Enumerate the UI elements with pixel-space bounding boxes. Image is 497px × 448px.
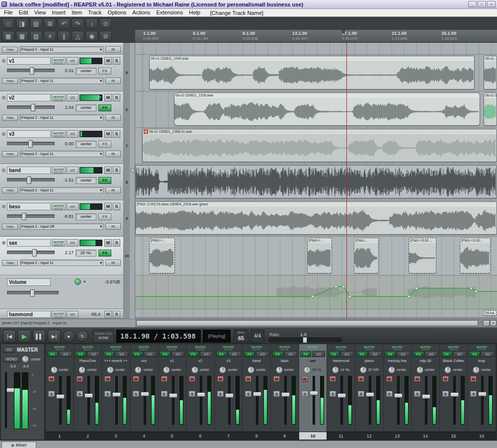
strip-fx-button[interactable]: FX: [160, 351, 170, 357]
volume-fader[interactable]: [7, 105, 55, 109]
strip-io-button[interactable]: I/O: [171, 351, 184, 357]
strip-number[interactable]: 11: [327, 432, 355, 440]
strip-pan-knob[interactable]: [332, 366, 339, 373]
strip-io-button[interactable]: I/O: [453, 351, 466, 357]
track-panel-sax[interactable]: saxMASTERROUTEI/OMS2.1726 %LFXTRIMFirepo…: [0, 237, 123, 275]
strip-routing-button[interactable]: MASTERROUTE: [195, 346, 205, 351]
strip-pan-knob[interactable]: [388, 366, 395, 373]
mixer-strip-Black Coffee[interactable]: MASTERROUTEFXI/OBlack CoffeecenterMS15: [440, 344, 468, 440]
strip-solo-button[interactable]: S: [133, 391, 139, 397]
pause-button[interactable]: ▌▌: [33, 330, 46, 343]
menu-track[interactable]: Track: [85, 9, 104, 16]
horizontal-scrollbar[interactable]: − +: [135, 319, 497, 327]
input-selector[interactable]: Firepod 2 - Input 1L▾: [20, 46, 103, 53]
master-pan-knob[interactable]: [22, 356, 29, 362]
play-button[interactable]: ▶: [18, 330, 31, 343]
strip-number[interactable]: 6: [186, 432, 214, 440]
routing-button[interactable]: MASTERROUTE: [52, 57, 66, 65]
strip-solo-button[interactable]: S: [470, 391, 477, 397]
routing-button[interactable]: MASTERROUTE: [52, 239, 66, 247]
media-item[interactable]: [Pitch:+...: [149, 238, 175, 273]
playhead[interactable]: [346, 43, 347, 319]
fx-button[interactable]: FX: [98, 177, 111, 184]
track-panel-v1[interactable]: v1MASTERROUTEI/OMS0.31centerFXTRIMFirepo…: [0, 55, 123, 91]
media-item[interactable]: 06-v2-150811_1105.wav: [174, 92, 480, 126]
strip-number[interactable]: 8: [243, 432, 270, 440]
strip-io-button[interactable]: I/O: [312, 351, 325, 357]
menu-extensions[interactable]: Extensions: [153, 9, 186, 16]
strip-number[interactable]: 1: [46, 432, 74, 440]
strip-pan-knob[interactable]: [135, 366, 142, 373]
record-arm-button[interactable]: [2, 59, 5, 63]
menu-edit[interactable]: Edit: [16, 9, 31, 16]
strip-solo-button[interactable]: S: [302, 391, 308, 397]
strip-routing-button[interactable]: MASTERROUTE: [420, 346, 430, 351]
record-button[interactable]: ●: [63, 330, 75, 342]
strip-fader[interactable]: [425, 376, 427, 425]
track-lane-hammond[interactable]: 05-ha...: [135, 309, 497, 318]
strip-routing-button[interactable]: MASTERROUTE: [477, 346, 487, 351]
tcp-arrange-splitter[interactable]: [129, 43, 135, 319]
bpm-box[interactable]: BPM 65: [234, 330, 248, 343]
rate-slider-thumb[interactable]: [303, 337, 307, 343]
strip-fader-thumb[interactable]: [337, 393, 346, 398]
track-lane-volume-envelope[interactable]: [135, 275, 497, 309]
strip-mute-button[interactable]: M: [77, 376, 83, 382]
io-button[interactable]: I/O: [67, 311, 79, 318]
arrange-view[interactable]: 05-v1-150811_1040.wav06-v2...06-v2-15081…: [135, 43, 497, 319]
envelope-point[interactable]: [475, 290, 478, 292]
strip-routing-button[interactable]: MASTERROUTE: [336, 346, 346, 351]
track-lane-v2[interactable]: 06-v2-150811_1105.wav06-v2-1...: [135, 91, 497, 128]
strip-io-button[interactable]: I/O: [87, 351, 100, 357]
envelope-point[interactable]: [349, 295, 351, 298]
input-selector[interactable]: Firepod 2 - Input 1L▾: [20, 260, 103, 266]
strip-routing-button[interactable]: MASTERROUTE: [392, 346, 403, 351]
strip-solo-button[interactable]: S: [330, 391, 336, 397]
ripple-edit-icon[interactable]: ▧: [30, 31, 42, 41]
io-button[interactable]: I/O: [67, 130, 79, 138]
locking-icon[interactable]: ◉: [85, 31, 98, 41]
mixer-strip-melody line[interactable]: MASTERROUTEFXI/Omelody linecenterMS13: [384, 344, 412, 440]
track-lane-band[interactable]: [135, 164, 497, 200]
input-selector[interactable]: Firepod 2 - Input 1L▾: [20, 187, 103, 193]
mixer-strip-piano[interactable]: MASTERROUTEFXI/Opiano20 %RMS12: [355, 344, 383, 440]
io-button[interactable]: I/O: [67, 203, 79, 210]
envelope-fader-thumb[interactable]: [30, 289, 35, 297]
io-button[interactable]: I/O: [67, 239, 79, 247]
media-item[interactable]: 06-v2-1...: [484, 92, 497, 126]
strip-fader[interactable]: [228, 376, 231, 425]
routing-button[interactable]: MASTERROUTE: [52, 203, 66, 210]
fx-button[interactable]: FX: [98, 68, 111, 75]
strip-pan-knob[interactable]: [248, 366, 254, 373]
menu-item[interactable]: Item: [69, 9, 85, 16]
strip-pan-knob[interactable]: [51, 366, 58, 373]
envelope-point[interactable]: [342, 285, 345, 288]
strip-fx-button[interactable]: FX: [188, 351, 199, 357]
input-monitor-button[interactable]: IN: [105, 223, 121, 230]
track-name-box[interactable]: hammond: [7, 311, 51, 318]
record-arm-button[interactable]: [2, 96, 5, 99]
track-panel-band[interactable]: bandMASTERROUTEI/OMS-1.51centerFXTRIMFir…: [0, 164, 123, 200]
fx-button[interactable]: FX: [98, 104, 111, 111]
global-automation-button[interactable]: GLOBAL AUTO NONE: [92, 330, 114, 343]
io-button[interactable]: I/O: [67, 57, 79, 65]
strip-io-button[interactable]: I/O: [228, 351, 241, 357]
volume-fader[interactable]: [7, 142, 55, 145]
strip-mute-button[interactable]: M: [245, 376, 251, 382]
strip-fader-thumb[interactable]: [450, 392, 459, 397]
mixer-strip-band[interactable]: MASTERROUTEFXI/ObandcenterMS8: [243, 344, 270, 440]
strip-mute-button[interactable]: M: [330, 376, 336, 382]
volume-fader-thumb[interactable]: [31, 104, 35, 111]
trim-button[interactable]: TRIM: [2, 115, 18, 121]
strip-fader-thumb[interactable]: [56, 394, 65, 399]
new-project-icon[interactable]: □: [2, 18, 14, 29]
strip-fader[interactable]: [256, 376, 258, 425]
strip-solo-button[interactable]: S: [358, 391, 364, 397]
strip-fx-button[interactable]: FX: [300, 351, 311, 357]
fx-button[interactable]: FX: [98, 213, 111, 220]
strip-fx-button[interactable]: FX: [244, 351, 255, 357]
strip-mute-button[interactable]: M: [470, 376, 477, 382]
strip-fader[interactable]: [144, 376, 146, 425]
go-to-end-button[interactable]: ▶|: [48, 330, 61, 343]
strip-solo-button[interactable]: S: [48, 391, 55, 397]
